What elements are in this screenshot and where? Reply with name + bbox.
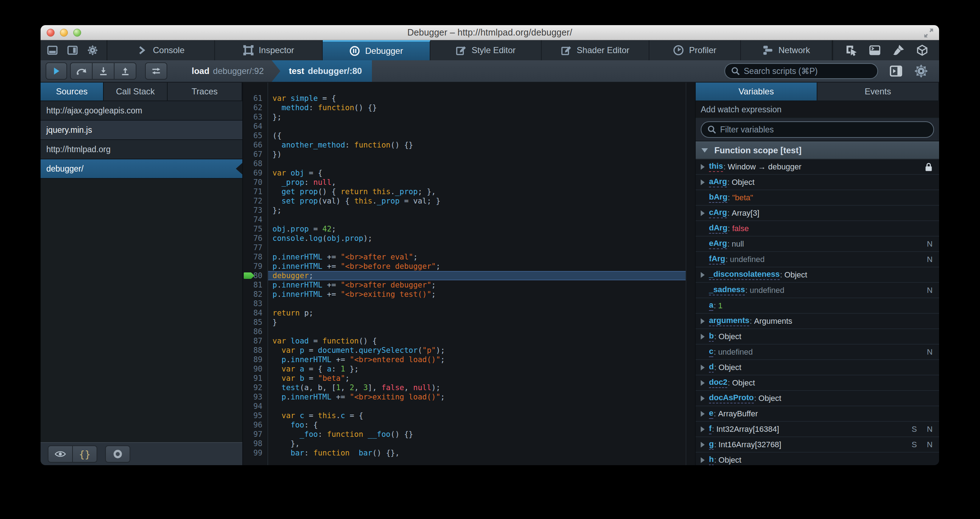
variable-row[interactable]: fArg: undefinedN [696, 252, 939, 267]
line-number[interactable]: 95 [243, 411, 267, 420]
source-item[interactable]: jquery.min.js [41, 121, 242, 140]
line-number[interactable]: 78 [243, 252, 267, 262]
code-line[interactable]: var load = function() { [268, 336, 686, 345]
code-line[interactable] [268, 402, 686, 411]
variable-row[interactable]: b: Object [696, 329, 939, 345]
dock-bottom-icon[interactable] [47, 45, 58, 55]
step-out-button[interactable] [114, 62, 137, 80]
tab-profiler[interactable]: Profiler [649, 40, 741, 60]
line-number[interactable]: 90 [243, 364, 267, 374]
line-number[interactable]: 81 [243, 280, 267, 290]
tab-inspector[interactable]: Inspector [215, 40, 323, 60]
filter-variables-input[interactable] [720, 125, 928, 135]
code-line[interactable]: another_method: function() {} [268, 140, 686, 150]
line-number[interactable]: 72 [243, 196, 267, 206]
dock-side-icon[interactable] [67, 45, 78, 55]
variable-row[interactable]: c: undefinedN [696, 345, 939, 360]
line-number[interactable]: 69 [243, 168, 267, 178]
breadcrumb-test[interactable]: testdebugger/:80 [272, 60, 372, 82]
line-number[interactable]: 66 [243, 140, 267, 150]
editor-gutter[interactable]: 6162636465666768697071727374757677787980… [243, 83, 268, 465]
line-number[interactable]: 65 [243, 131, 267, 140]
zoom-button[interactable] [73, 29, 81, 37]
expand-panes-icon[interactable] [889, 65, 902, 78]
expand-arrow-icon[interactable] [701, 180, 705, 185]
code-line[interactable]: var c = this.c = { [268, 411, 686, 420]
expand-arrow-icon[interactable] [701, 396, 705, 401]
code-line[interactable]: var b = "beta"; [268, 374, 686, 383]
sources-tab-traces[interactable]: Traces [168, 83, 242, 100]
tab-shader-editor[interactable]: Shader Editor [542, 40, 649, 60]
code-line[interactable] [268, 215, 686, 224]
line-number[interactable]: 83 [243, 299, 267, 308]
source-item[interactable]: debugger/ [41, 159, 242, 179]
line-number[interactable]: 61 [243, 94, 267, 103]
line-number[interactable]: 68 [243, 159, 267, 168]
line-number[interactable]: 97 [243, 430, 267, 439]
blackbox-source-button[interactable] [48, 446, 73, 463]
line-number[interactable]: 80 [243, 271, 267, 280]
code-line[interactable]: ({ [268, 131, 686, 140]
step-over-button[interactable] [70, 62, 92, 80]
code-line[interactable]: p.innerHTML += "<br>after debugger"; [268, 280, 686, 290]
variable-row[interactable]: docAsProto: Object [696, 391, 939, 406]
line-number[interactable]: 92 [243, 383, 267, 392]
line-number[interactable]: 96 [243, 420, 267, 430]
line-number[interactable]: 99 [243, 448, 267, 458]
line-number[interactable]: 77 [243, 243, 267, 252]
title-bar[interactable]: Debugger – http://htmlpad.org/debugger/ [41, 25, 939, 40]
variable-row[interactable]: e: ArrayBuffer [696, 406, 939, 422]
line-number[interactable]: 98 [243, 439, 267, 448]
variable-row[interactable]: eArg: nullN [696, 237, 939, 252]
expand-arrow-icon[interactable] [701, 210, 705, 216]
resume-button[interactable] [46, 62, 67, 80]
line-number[interactable]: 63 [243, 112, 267, 122]
code-line[interactable]: get prop() { return this._prop; }, [268, 187, 686, 196]
code-line[interactable]: test(a, b, [1, 2, 3], false, null); [268, 383, 686, 392]
variable-row[interactable]: d: Object [696, 360, 939, 376]
code-line[interactable]: p.innerHTML += "<br>exiting test()"; [268, 290, 686, 299]
variable-row[interactable]: dArg: false [696, 221, 939, 237]
code-line[interactable] [268, 299, 686, 308]
line-number[interactable]: 85 [243, 318, 267, 327]
code-line[interactable]: p.innerHTML += "<br>after eval"; [268, 252, 686, 262]
line-number[interactable]: 94 [243, 402, 267, 411]
code-editor[interactable]: 6162636465666768697071727374757677787980… [242, 83, 686, 465]
add-watch-expression[interactable]: Add watch expression [696, 101, 939, 118]
code-line[interactable]: method: function() {} [268, 103, 686, 112]
code-line[interactable]: }, [268, 439, 686, 448]
expand-arrow-icon[interactable] [701, 457, 705, 463]
line-number[interactable]: 88 [243, 345, 267, 355]
tab-network[interactable]: Network [741, 40, 832, 60]
variable-row[interactable]: f: Int32Array[16384]SN [696, 422, 939, 437]
variables-tab-events[interactable]: Events [818, 83, 939, 100]
line-number[interactable]: 73 [243, 206, 267, 215]
line-number[interactable]: 67 [243, 150, 267, 159]
expand-arrow-icon[interactable] [701, 164, 705, 170]
tab-debugger[interactable]: Debugger [323, 40, 430, 60]
code-line[interactable]: var obj = { [268, 168, 686, 178]
tab-console[interactable]: Console [107, 40, 215, 60]
search-scripts-input[interactable] [744, 67, 872, 76]
expand-arrow-icon[interactable] [701, 272, 705, 278]
variable-row[interactable]: cArg: Array[3] [696, 206, 939, 221]
variable-row[interactable]: this: Window → debugger [696, 159, 939, 175]
code-line[interactable]: debugger; [268, 271, 686, 280]
sources-tab-sources[interactable]: Sources [41, 83, 104, 100]
variable-row[interactable]: doc2: Object [696, 376, 939, 391]
step-in-button[interactable] [92, 62, 115, 80]
script-search[interactable] [724, 63, 878, 79]
line-number[interactable]: 62 [243, 103, 267, 112]
variable-row[interactable]: bArg: "beta" [696, 190, 939, 206]
expand-arrow-icon[interactable] [701, 411, 705, 417]
code-line[interactable] [268, 243, 686, 252]
editor-scrollbar[interactable] [686, 83, 695, 465]
line-number[interactable]: 82 [243, 290, 267, 299]
toggle-panes-button[interactable] [145, 62, 167, 80]
breadcrumb-load[interactable]: loaddebugger/:92 [184, 60, 272, 82]
line-number[interactable]: 74 [243, 215, 267, 224]
debugger-options-icon[interactable] [915, 65, 928, 78]
code-line[interactable]: obj.prop = 42; [268, 224, 686, 234]
prettify-source-button[interactable]: {} [72, 446, 97, 463]
variable-row[interactable]: a: 1 [696, 298, 939, 314]
